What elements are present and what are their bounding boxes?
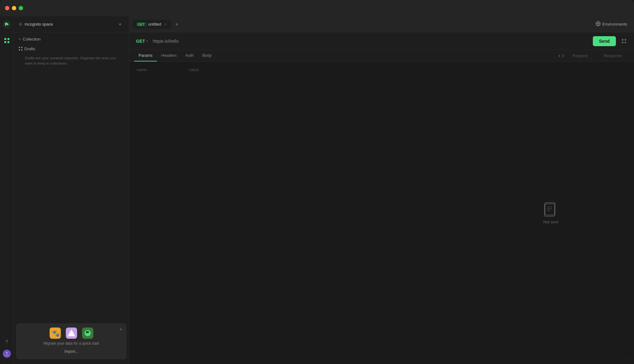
tab-body[interactable]: Body [198, 50, 216, 61]
environments-button[interactable]: Environments [593, 20, 630, 29]
tab-method-badge: GET [136, 22, 146, 27]
svg-rect-3 [4, 41, 6, 43]
close-button[interactable] [5, 6, 9, 10]
params-content: name value Not s [129, 62, 634, 364]
tab-name: untitled [148, 22, 161, 27]
avatar[interactable] [3, 350, 11, 358]
collection-item[interactable]: + Collection [14, 35, 129, 43]
import-button[interactable]: Import... [20, 348, 122, 355]
add-space-button[interactable]: + [116, 21, 124, 28]
left-panel: ⊙ Incognito space + + Collection [14, 16, 129, 364]
svg-rect-8 [21, 47, 22, 48]
method-chevron-icon: ▾ [146, 39, 148, 43]
svg-rect-9 [19, 49, 20, 51]
space-name: Incognito space [25, 22, 114, 27]
svg-rect-22 [625, 42, 626, 43]
drafts-label: Drafts [24, 46, 35, 51]
collection-icon: + [19, 37, 21, 41]
migration-popup: × 🐾 [16, 323, 126, 359]
app-logo [2, 20, 11, 29]
svg-text:🐾: 🐾 [52, 330, 60, 337]
svg-rect-10 [21, 49, 22, 51]
response-section: Request Response [566, 50, 629, 61]
svg-point-6 [6, 352, 8, 354]
maximize-button[interactable] [19, 6, 23, 10]
svg-rect-24 [544, 204, 554, 216]
paw-icon: 🐾 [50, 328, 61, 339]
code-view-button[interactable] [557, 51, 566, 60]
tab-auth[interactable]: Auth [181, 50, 198, 61]
tab-headers[interactable]: Headers [157, 50, 181, 61]
params-row-header: name value [134, 64, 629, 75]
titlebar [0, 0, 634, 16]
layout-toggle-button[interactable] [619, 36, 629, 46]
left-panel-content: + Collection Drafts [14, 32, 129, 364]
bottom-dots: ··· [627, 357, 630, 362]
method-selector[interactable]: GET ▾ [134, 37, 150, 45]
drafts-description: Drafts are your unsaved requests. Organi… [14, 53, 129, 69]
drafts-header[interactable]: Drafts [14, 45, 129, 53]
svg-rect-19 [622, 39, 623, 41]
collection-label: Collection [23, 37, 41, 41]
left-panel-header: ⊙ Incognito space + [14, 16, 129, 32]
not-sent-container: Not sent [543, 202, 558, 224]
incognito-icon: ⊙ [19, 22, 22, 27]
insomnia-icon [66, 328, 77, 339]
not-sent-text: Not sent [543, 219, 558, 224]
app-window: ? ⊙ Incognito space + + [0, 0, 634, 364]
drafts-section: Drafts Drafts are your unsaved requests.… [14, 43, 129, 70]
url-bar: GET ▾ Send [129, 32, 634, 50]
tab-response[interactable]: Response [599, 50, 627, 61]
svg-point-15 [85, 330, 91, 336]
svg-rect-7 [19, 47, 20, 48]
method-label: GET [136, 39, 145, 44]
env-globe-icon [596, 21, 601, 27]
svg-rect-21 [622, 42, 623, 43]
svg-rect-2 [7, 38, 9, 40]
url-input-wrapper [153, 38, 590, 44]
drafts-icon [19, 47, 22, 51]
svg-rect-20 [625, 39, 626, 41]
icon-sidebar-top [2, 20, 11, 331]
minimize-button[interactable] [12, 6, 16, 10]
tab-close-button[interactable]: × [163, 22, 168, 27]
migration-text: Migrate your data for a quick start [20, 341, 122, 346]
svg-rect-1 [4, 38, 6, 40]
send-button[interactable]: Send [593, 36, 616, 46]
icon-sidebar: ? [0, 16, 14, 364]
not-sent-icon [543, 202, 558, 217]
param-name-placeholder: name [134, 66, 184, 73]
httpie-migration-icon [82, 328, 93, 339]
environments-label: Environments [602, 22, 627, 27]
url-input[interactable] [153, 39, 590, 44]
request-tab-untitled[interactable]: GET untitled × [133, 20, 171, 29]
tabs-bar: GET untitled × + Enviro [129, 16, 634, 32]
grid-icon[interactable] [2, 36, 11, 45]
tabs-right: Environments [593, 20, 630, 29]
new-tab-button[interactable]: + [173, 20, 181, 29]
params-table: name value [129, 62, 634, 78]
main-layout: ? ⊙ Incognito space + + [0, 16, 634, 364]
migration-icons: 🐾 [20, 328, 122, 339]
migration-close-button[interactable]: × [118, 326, 124, 332]
tab-request[interactable]: Request [568, 50, 592, 61]
svg-rect-4 [7, 41, 9, 43]
main-content: GET untitled × + Enviro [129, 16, 634, 364]
param-value-placeholder: value [187, 66, 237, 73]
request-tabs: Params Headers Auth Body Request Respons… [129, 50, 634, 62]
traffic-lights [5, 6, 23, 10]
icon-sidebar-bottom: ? [2, 337, 11, 360]
help-icon[interactable]: ? [2, 337, 11, 346]
tab-params[interactable]: Params [134, 50, 157, 61]
